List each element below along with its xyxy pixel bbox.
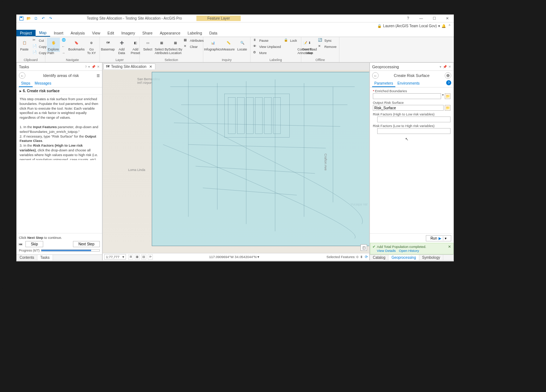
close-map-tab-icon[interactable]: ✕ <box>149 65 152 69</box>
maximize-button[interactable]: ☐ <box>429 15 439 22</box>
map-view[interactable]: San Bernardino Int'l Airport Loma Linda … <box>103 70 369 253</box>
symbology-tab[interactable]: Symbology <box>419 255 443 260</box>
qat-open-icon[interactable]: 📂 <box>26 16 32 21</box>
high-low-risk-input[interactable] <box>377 117 451 122</box>
geoprocessing-pane: Geoprocessing ▾📌✕ ← Create Risk Surface … <box>370 62 454 261</box>
help-button[interactable]: ? <box>403 15 413 22</box>
tool-help-icon[interactable]: ? <box>446 80 451 85</box>
low-high-risk-input[interactable] <box>377 128 451 134</box>
snap-icon[interactable]: ⊞ <box>128 254 133 260</box>
view-unplaced-button[interactable]: 👁View Unplaced <box>252 44 282 50</box>
pause-label-button[interactable]: ⏸Pause <box>252 38 282 44</box>
map-tab[interactable]: 🗺 Testing Site Allocation ✕ <box>103 64 155 69</box>
sync-button[interactable]: 🔄Sync <box>317 38 338 44</box>
measure-button[interactable]: 📏Measure <box>222 38 235 52</box>
map-boundary-polygon[interactable] <box>152 72 369 246</box>
catalog-tab[interactable]: Catalog <box>370 255 388 260</box>
next-extent-button[interactable]: → <box>61 51 68 57</box>
tab-data[interactable]: Data <box>205 30 221 36</box>
coordinates[interactable]: 117.0909694"W 34.0542044"N ▾ <box>209 255 260 259</box>
infographics-button[interactable]: 📊Infographics <box>205 38 221 52</box>
parameters-tab[interactable]: Parameters <box>372 80 395 87</box>
remove-button[interactable]: ✕Remove <box>317 44 338 50</box>
check-icon: ✔ <box>372 245 375 249</box>
gp-pin-icon[interactable]: 📌 <box>443 65 447 69</box>
gp-add-button[interactable]: ⊕ <box>445 72 451 79</box>
user-dropdown-icon[interactable]: ▾ <box>438 24 440 28</box>
browse-input-icon[interactable]: 📁 <box>445 93 451 99</box>
select-button[interactable]: ▭Select <box>141 38 154 52</box>
download-map-button[interactable]: ⬇Download Map <box>303 38 316 56</box>
minimize-button[interactable]: — <box>416 15 426 22</box>
task-back-button[interactable]: ← <box>19 72 25 79</box>
tab-labeling[interactable]: Labeling <box>184 30 206 36</box>
select-by-location-button[interactable]: ▦Select By Location <box>169 38 182 56</box>
task-restart-icon[interactable]: ⏮ <box>19 242 23 246</box>
tab-edit[interactable]: Edit <box>104 30 118 36</box>
refresh-icon[interactable]: ⟳ <box>365 255 368 259</box>
bookmarks-button[interactable]: 🔖Bookmarks <box>69 38 84 52</box>
close-button[interactable]: ✕ <box>442 15 452 22</box>
correction-icon[interactable]: ⟳ <box>148 254 153 260</box>
user-name[interactable]: Lauren (ArcGIS Team Local Gov) <box>383 24 437 28</box>
more-labeling-button[interactable]: ⚙More <box>252 50 282 56</box>
tab-imagery[interactable]: Imagery <box>118 30 139 36</box>
tab-share[interactable]: Share <box>139 30 156 36</box>
run-button[interactable]: Run▶▾ <box>426 235 451 241</box>
tab-map[interactable]: Map <box>36 29 50 37</box>
qat-new-icon[interactable]: 🗋 <box>33 16 39 21</box>
add-data-button[interactable]: ➕Add Data <box>115 38 128 56</box>
qat-save-icon[interactable] <box>19 16 24 21</box>
contextual-tab-label[interactable]: Feature Layer <box>196 16 241 21</box>
tab-view[interactable]: View <box>89 30 104 36</box>
enriched-boundaries-input[interactable] <box>373 93 441 99</box>
notification-icon[interactable]: 🔔 <box>441 24 446 28</box>
open-history-link[interactable]: Open History <box>399 249 419 253</box>
full-extent-button[interactable]: 🌐 <box>61 38 68 44</box>
constraint-icon[interactable]: ▤ <box>141 254 146 260</box>
pause-draw-icon[interactable]: ⏸ <box>360 255 363 259</box>
qat-undo-icon[interactable]: ↶ <box>40 16 46 21</box>
browse-output-icon[interactable]: 📁 <box>445 105 451 111</box>
gp-close-pane-icon[interactable]: ✕ <box>448 65 451 69</box>
task-menu-icon[interactable]: ☰ <box>97 74 100 78</box>
skip-button[interactable]: Skip <box>25 241 43 247</box>
swipe-control-icon[interactable]: ◫ <box>360 244 367 251</box>
task-hint: Click Next Step to continue. <box>19 236 100 240</box>
collapse-ribbon-icon[interactable]: ⌃ <box>448 24 451 28</box>
grid-icon[interactable]: ▦ <box>135 254 140 260</box>
gp-autohide-icon[interactable]: ▾ <box>440 65 441 69</box>
tab-insert[interactable]: Insert <box>50 30 67 36</box>
high-low-risk-label: Risk Factors (High to Low risk variables… <box>373 112 451 116</box>
goto-xy-button[interactable]: ⊕Go To XY <box>85 38 98 56</box>
select-by-attributes-button[interactable]: ▦Select By Attributes <box>155 38 168 56</box>
tasks-tab[interactable]: Tasks <box>37 255 53 260</box>
environments-tab[interactable]: Environments <box>395 80 422 87</box>
toast-close-icon[interactable]: ✕ <box>448 245 451 249</box>
lock-label-button[interactable]: 🔒Lock <box>283 38 298 44</box>
explore-button[interactable]: 🖐Explore <box>47 38 60 52</box>
attributes-button[interactable]: ▦Attributes <box>183 38 205 44</box>
qat-redo-icon[interactable]: ↷ <box>48 16 53 21</box>
tab-appearance[interactable]: Appearance <box>156 30 184 36</box>
scale-input[interactable]: 1:77,777▾ <box>104 254 126 260</box>
gp-back-button[interactable]: ← <box>372 72 379 79</box>
contents-tab[interactable]: Contents <box>17 255 37 260</box>
clear-button[interactable]: ✕Clear <box>183 44 205 50</box>
output-risk-surface-input[interactable] <box>373 105 444 111</box>
view-details-link[interactable]: View Details <box>377 249 396 253</box>
next-step-button[interactable]: Next Step <box>73 241 100 247</box>
steps-tab[interactable]: Steps <box>19 80 33 87</box>
tab-project[interactable]: Project <box>16 30 36 36</box>
locate-button[interactable]: 🔍Locate <box>236 38 249 52</box>
prev-extent-button[interactable]: ← <box>61 44 68 50</box>
tab-analysis[interactable]: Analysis <box>67 30 88 36</box>
help-icon[interactable]: ? <box>85 65 87 69</box>
close-pane-icon[interactable]: ✕ <box>97 65 100 69</box>
autohide-icon[interactable]: ▾ <box>88 65 90 69</box>
basemap-button[interactable]: 🗺Basemap <box>101 38 114 52</box>
messages-tab[interactable]: Messages <box>33 80 54 87</box>
pin-icon[interactable]: 📌 <box>91 65 95 69</box>
geoprocessing-tab[interactable]: Geoprocessing <box>388 255 419 260</box>
paste-button[interactable]: 📋Paste <box>18 38 31 52</box>
